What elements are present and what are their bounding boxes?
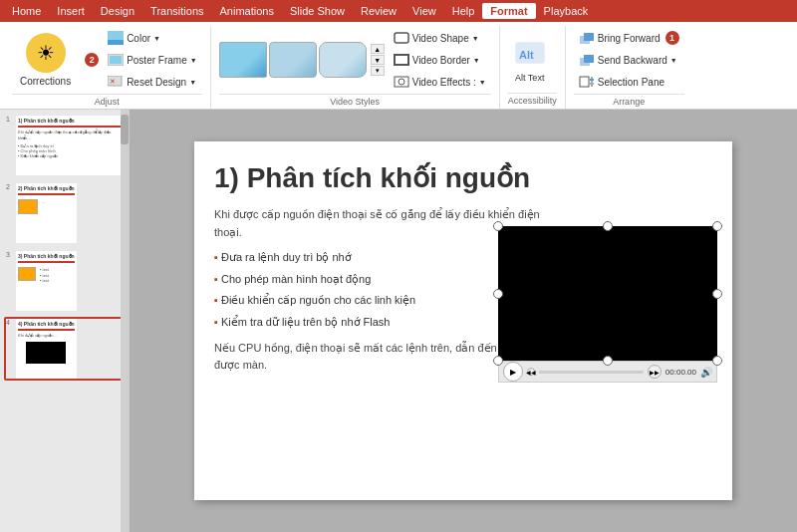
svg-text:✕: ✕ — [110, 78, 116, 85]
slide-thumb-1[interactable]: 1 1) Phân tích khối nguồn Khi được cấp n… — [4, 114, 125, 177]
adjust-group-label: Adjust — [12, 94, 202, 110]
send-backward-icon — [579, 52, 595, 68]
video-styles-content: ▲ ▼ ▾ Video Shape ▼ — [219, 28, 491, 92]
poster-frame-button[interactable]: Poster Frame ▼ — [103, 50, 202, 70]
ribbon-group-video-styles: ▲ ▼ ▾ Video Shape ▼ — [211, 26, 500, 109]
main-area: 1 1) Phân tích khối nguồn Khi được cấp n… — [0, 110, 797, 532]
scroll-down-arrow[interactable]: ▼ — [371, 55, 385, 65]
slide-title: 1) Phân tích khối nguồn — [214, 161, 712, 194]
handle-ml[interactable] — [493, 289, 503, 299]
menu-animations[interactable]: Animations — [212, 3, 282, 19]
send-backward-label: Send Backward — [598, 55, 667, 66]
video-border-label: Video Border — [412, 55, 470, 66]
poster-icon — [108, 52, 124, 68]
corrections-badge: 2 — [85, 53, 99, 67]
menu-help[interactable]: Help — [444, 3, 483, 19]
ribbon: ☀ Corrections 2 Color ▼ — [0, 22, 797, 110]
volume-button[interactable]: 🔊 — [700, 367, 712, 378]
handle-bl[interactable] — [493, 356, 503, 366]
slide-panel[interactable]: 1 1) Phân tích khối nguồn Khi được cấp n… — [0, 110, 130, 532]
slide-1-content: 1) Phân tích khối nguồn Khi được cấp ngu… — [16, 116, 123, 175]
svg-point-9 — [398, 79, 404, 85]
time-display: 00:00.00 — [665, 368, 696, 377]
svg-rect-19 — [590, 83, 594, 85]
menu-format[interactable]: Format — [482, 3, 535, 19]
slide-3-content: 3) Phân tích khối nguồn ▪ text▪ text▪ te… — [16, 251, 77, 311]
alt-text-button[interactable]: Alt Alt Text — [508, 33, 552, 87]
svg-rect-1 — [108, 40, 124, 45]
video-style-thumb-2[interactable] — [269, 42, 317, 78]
video-element[interactable] — [498, 226, 717, 361]
video-display — [498, 226, 717, 361]
video-style-thumb-3[interactable] — [319, 42, 367, 78]
menu-home[interactable]: Home — [4, 3, 49, 19]
corrections-icon: ☀ — [26, 33, 66, 73]
svg-rect-15 — [580, 58, 590, 66]
slide-view: 1) Phân tích khối nguồn Khi được cấp ngu… — [130, 110, 797, 532]
slide-4-content: 4) Phân tích khối nguồn Khi được cấp ngu… — [16, 319, 77, 379]
ribbon-group-adjust: ☀ Corrections 2 Color ▼ — [4, 26, 211, 109]
video-styles-group-label: Video Styles — [219, 94, 491, 110]
adjust-btn-group: Color ▼ Poster Frame ▼ — [103, 28, 202, 92]
menu-slideshow[interactable]: Slide Show — [282, 3, 353, 19]
alt-text-icon: Alt — [514, 37, 546, 73]
reset-design-button[interactable]: ✕ Reset Design ▼ — [103, 72, 202, 92]
video-container: ▶ ◀◀ ▶▶ 00:00.00 🔊 — [498, 226, 717, 381]
reset-design-label: Reset Design — [127, 77, 186, 88]
send-backward-dropdown: ▼ — [670, 57, 677, 64]
ribbon-group-accessibility: Alt Alt Text Accessibility — [500, 26, 566, 109]
send-backward-button[interactable]: Send Backward ▼ — [574, 50, 684, 70]
video-shape-button[interactable]: Video Shape ▼ — [389, 28, 491, 48]
slide-canvas: 1) Phân tích khối nguồn Khi được cấp ngu… — [194, 141, 732, 500]
handle-mr[interactable] — [712, 289, 722, 299]
bring-forward-label: Bring Forward — [598, 33, 661, 44]
slide-thumb-4[interactable]: 4 4) Phân tích khối nguồn Khi được cấp n… — [4, 317, 125, 381]
menu-design[interactable]: Design — [93, 3, 142, 19]
svg-rect-3 — [110, 56, 122, 64]
play-button[interactable]: ▶ — [503, 362, 523, 382]
menu-view[interactable]: View — [404, 3, 444, 19]
color-button[interactable]: Color ▼ — [103, 28, 202, 48]
progress-bar[interactable] — [539, 371, 644, 374]
arrange-group-label: Arrange — [574, 94, 684, 110]
reset-dropdown-icon: ▼ — [189, 79, 196, 86]
video-style-thumb-1[interactable] — [219, 42, 267, 78]
slide-thumb-2[interactable]: 2 2) Phân tích khối nguồn ... — [4, 181, 125, 245]
selection-pane-button[interactable]: Selection Pane — [574, 72, 684, 92]
selection-pane-icon — [579, 74, 595, 90]
scroll-up-arrow[interactable]: ▲ — [371, 44, 385, 54]
svg-rect-6 — [395, 33, 408, 43]
svg-rect-16 — [580, 77, 589, 87]
thumb-video — [26, 342, 66, 364]
forward-button[interactable]: ▶▶ — [648, 365, 662, 379]
video-style-scroll: ▲ ▼ ▾ — [371, 44, 385, 76]
accessibility-content: Alt Alt Text — [508, 28, 557, 91]
video-effects-label: Video Effects : — [412, 77, 476, 88]
scroll-more-arrow[interactable]: ▾ — [371, 66, 385, 76]
svg-text:Alt: Alt — [519, 49, 534, 61]
svg-rect-13 — [584, 33, 594, 41]
bring-forward-button[interactable]: Bring Forward 1 — [574, 28, 684, 48]
handle-tl[interactable] — [493, 221, 503, 231]
color-icon — [108, 30, 124, 46]
menu-transitions[interactable]: Transitions — [142, 3, 211, 19]
video-shape-dropdown: ▼ — [472, 35, 479, 42]
video-effects-button[interactable]: Video Effects : ▼ — [389, 72, 491, 92]
corrections-button[interactable]: ☀ Corrections — [12, 29, 79, 91]
video-border-button[interactable]: Video Border ▼ — [389, 50, 491, 70]
menu-playback[interactable]: Playback — [536, 3, 597, 19]
color-label: Color — [127, 33, 150, 44]
handle-tm[interactable] — [603, 221, 613, 231]
handle-tr[interactable] — [712, 221, 722, 231]
menu-insert[interactable]: Insert — [49, 3, 93, 19]
svg-rect-7 — [395, 55, 408, 65]
video-border-dropdown: ▼ — [473, 57, 480, 64]
handle-bm[interactable] — [603, 356, 613, 366]
video-border-icon — [394, 52, 409, 68]
video-effects-icon — [394, 74, 409, 90]
slide-thumb-3[interactable]: 3 3) Phân tích khối nguồn ▪ text▪ text▪ … — [4, 249, 125, 313]
menu-review[interactable]: Review — [353, 3, 404, 19]
adjust-content: ☀ Corrections 2 Color ▼ — [12, 28, 202, 92]
rewind-button[interactable]: ◀◀ — [527, 368, 535, 376]
handle-br[interactable] — [712, 356, 722, 366]
